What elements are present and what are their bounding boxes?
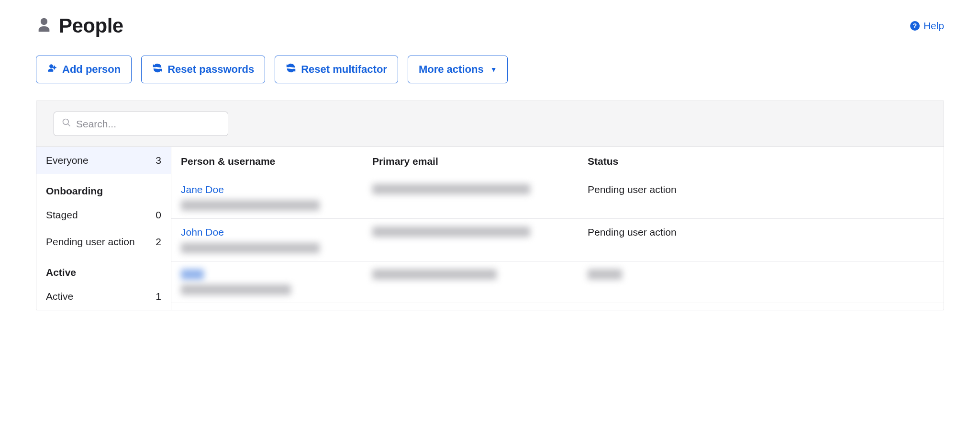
sidebar-item-active[interactable]: Active 1 <box>36 283 171 310</box>
table-row[interactable] <box>171 261 944 303</box>
filter-sidebar: Everyone 3 Onboarding Staged 0 Pending u… <box>36 147 171 310</box>
page-title: People <box>59 14 123 37</box>
help-icon: ? <box>910 21 920 31</box>
refresh-icon <box>152 63 163 76</box>
svg-point-0 <box>63 119 69 125</box>
table-row[interactable]: John Doe Pending user action <box>171 219 944 261</box>
status-cell: Pending user action <box>588 227 934 238</box>
column-header-person: Person & username <box>181 156 372 167</box>
help-link[interactable]: ? Help <box>910 20 944 32</box>
people-panel: Everyone 3 Onboarding Staged 0 Pending u… <box>36 101 944 310</box>
redacted-username <box>181 243 320 253</box>
redacted-username <box>181 200 320 211</box>
redacted-email <box>372 227 530 237</box>
column-header-status: Status <box>588 156 934 167</box>
sidebar-heading-onboarding: Onboarding <box>36 174 171 202</box>
chevron-down-icon: ▼ <box>490 66 497 73</box>
sidebar-item-everyone[interactable]: Everyone 3 <box>36 147 171 174</box>
redacted-email <box>372 184 530 194</box>
sidebar-item-staged[interactable]: Staged 0 <box>36 202 171 228</box>
sidebar-item-pending[interactable]: Pending user action 2 <box>36 228 171 255</box>
people-table: Person & username Primary email Status J… <box>171 147 944 310</box>
search-input[interactable] <box>76 118 220 130</box>
refresh-icon <box>286 63 296 76</box>
more-actions-button[interactable]: More actions ▼ <box>408 56 508 83</box>
person-link[interactable]: Jane Doe <box>181 184 224 195</box>
people-icon <box>36 17 52 35</box>
search-icon <box>62 118 71 130</box>
redacted-email <box>372 269 497 280</box>
sidebar-heading-active: Active <box>36 255 171 283</box>
status-cell: Pending user action <box>588 184 934 195</box>
reset-multifactor-button[interactable]: Reset multifactor <box>275 56 398 83</box>
search-field[interactable] <box>54 112 228 136</box>
column-header-email: Primary email <box>372 156 588 167</box>
table-row[interactable]: Jane Doe Pending user action <box>171 176 944 219</box>
reset-passwords-button[interactable]: Reset passwords <box>141 56 265 83</box>
add-person-button[interactable]: Add person <box>36 56 132 83</box>
svg-line-1 <box>68 124 70 126</box>
redacted-username <box>181 284 291 295</box>
help-label: Help <box>924 20 944 32</box>
redacted-name <box>181 269 204 280</box>
person-link[interactable]: John Doe <box>181 227 224 238</box>
add-person-icon <box>47 63 57 76</box>
redacted-status <box>588 269 622 280</box>
